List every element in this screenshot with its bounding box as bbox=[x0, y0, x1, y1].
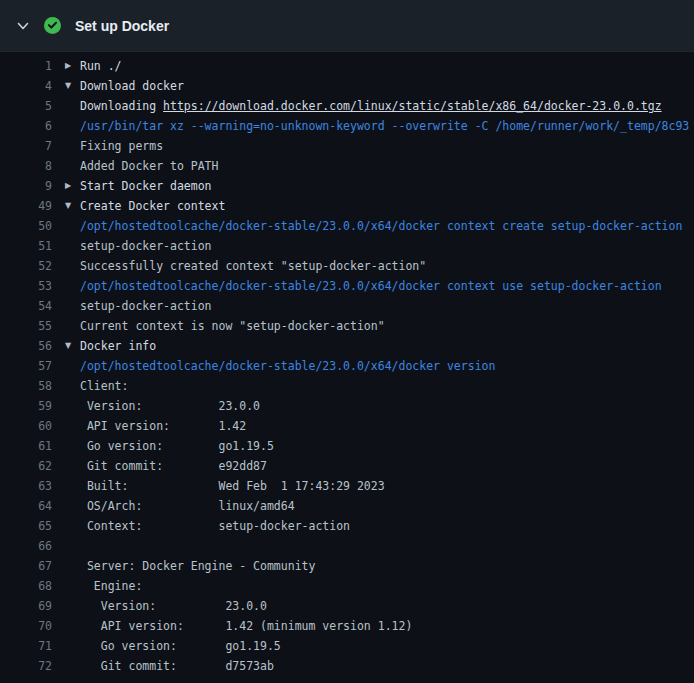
log-text: API version: 1.42 bbox=[80, 416, 246, 436]
success-check-icon bbox=[44, 17, 61, 34]
marker-spacer bbox=[52, 216, 80, 236]
marker-spacer bbox=[52, 436, 80, 456]
log-line: 8Added Docker to PATH bbox=[0, 156, 694, 176]
log-group-row[interactable]: 4▼Download docker bbox=[0, 76, 694, 96]
log-text: Fixing perms bbox=[80, 136, 163, 156]
log-line: 55Current context is now "setup-docker-a… bbox=[0, 316, 694, 336]
marker-spacer bbox=[52, 236, 80, 256]
log-text: OS/Arch: linux/amd64 bbox=[80, 496, 295, 516]
log-line-number[interactable]: 68 bbox=[0, 576, 52, 596]
marker-spacer bbox=[52, 656, 80, 676]
log-line: 65 Context: setup-docker-action bbox=[0, 516, 694, 536]
log-line: 7Fixing perms bbox=[0, 136, 694, 156]
marker-spacer bbox=[52, 636, 80, 656]
log-line-number[interactable]: 69 bbox=[0, 596, 52, 616]
log-line: 62 Git commit: e92dd87 bbox=[0, 456, 694, 476]
log-line: 64 OS/Arch: linux/amd64 bbox=[0, 496, 694, 516]
marker-spacer bbox=[52, 536, 80, 556]
download-url-link[interactable]: https://download.docker.com/linux/static… bbox=[163, 99, 662, 113]
log-line-number[interactable]: 67 bbox=[0, 556, 52, 576]
log-line-number[interactable]: 5 bbox=[0, 96, 52, 116]
log-line-number[interactable]: 63 bbox=[0, 476, 52, 496]
marker-spacer bbox=[52, 496, 80, 516]
log-line-number[interactable]: 9 bbox=[0, 176, 52, 196]
log-line-number[interactable]: 56 bbox=[0, 336, 52, 356]
log-text: Git commit: d7573ab bbox=[80, 656, 274, 676]
triangle-down-icon: ▼ bbox=[52, 336, 80, 356]
log-line-number[interactable]: 59 bbox=[0, 396, 52, 416]
log-line-number[interactable]: 51 bbox=[0, 236, 52, 256]
log-line-number[interactable]: 60 bbox=[0, 416, 52, 436]
log-line-number[interactable]: 71 bbox=[0, 636, 52, 656]
triangle-down-icon: ▼ bbox=[52, 76, 80, 96]
log-line: 71 Go version: go1.19.5 bbox=[0, 636, 694, 656]
log-text: API version: 1.42 (minimum version 1.12) bbox=[80, 616, 412, 636]
log-line-number[interactable]: 4 bbox=[0, 76, 52, 96]
log-line: 57/opt/hostedtoolcache/docker-stable/23.… bbox=[0, 356, 694, 376]
log-line: 6/usr/bin/tar xz --warning=no-unknown-ke… bbox=[0, 116, 694, 136]
log-group-row[interactable]: 1▶Run ./ bbox=[0, 56, 694, 76]
log-text: Current context is now "setup-docker-act… bbox=[80, 316, 385, 336]
log-text: Context: setup-docker-action bbox=[80, 516, 350, 536]
log-line-number[interactable]: 53 bbox=[0, 276, 52, 296]
log-text: Engine: bbox=[80, 576, 142, 596]
log-line-number[interactable]: 57 bbox=[0, 356, 52, 376]
log-line: 50/opt/hostedtoolcache/docker-stable/23.… bbox=[0, 216, 694, 236]
log-text: Version: 23.0.0 bbox=[80, 596, 267, 616]
log-line-number[interactable]: 62 bbox=[0, 456, 52, 476]
log-line: 58Client: bbox=[0, 376, 694, 396]
log-line-number[interactable]: 1 bbox=[0, 56, 52, 76]
log-line: 5Downloading https://download.docker.com… bbox=[0, 96, 694, 116]
log-line-number[interactable]: 72 bbox=[0, 656, 52, 676]
log-text: Go version: go1.19.5 bbox=[80, 436, 274, 456]
marker-spacer bbox=[52, 136, 80, 156]
log-line-number[interactable]: 8 bbox=[0, 156, 52, 176]
log-line-number[interactable]: 61 bbox=[0, 436, 52, 456]
log-line-number[interactable]: 66 bbox=[0, 536, 52, 556]
log-line: 69 Version: 23.0.0 bbox=[0, 596, 694, 616]
log-line-number[interactable]: 54 bbox=[0, 296, 52, 316]
marker-spacer bbox=[52, 156, 80, 176]
log-line-number[interactable]: 58 bbox=[0, 376, 52, 396]
marker-spacer bbox=[52, 616, 80, 636]
log-line: 63 Built: Wed Feb 1 17:43:29 2023 bbox=[0, 476, 694, 496]
log-line: 54setup-docker-action bbox=[0, 296, 694, 316]
chevron-down-icon[interactable] bbox=[16, 19, 30, 33]
log-line-number[interactable]: 6 bbox=[0, 116, 52, 136]
actions-log-panel: Set up Docker 1▶Run ./4▼Download docker5… bbox=[0, 0, 694, 683]
step-header[interactable]: Set up Docker bbox=[0, 0, 694, 52]
log-text: Go version: go1.19.5 bbox=[80, 636, 281, 656]
log-text: setup-docker-action bbox=[80, 296, 212, 316]
marker-spacer bbox=[52, 596, 80, 616]
log-group-row[interactable]: 56▼Docker info bbox=[0, 336, 694, 356]
marker-spacer bbox=[52, 456, 80, 476]
log-text: /opt/hostedtoolcache/docker-stable/23.0.… bbox=[80, 356, 495, 376]
marker-spacer bbox=[52, 356, 80, 376]
marker-spacer bbox=[52, 576, 80, 596]
log-text: Start Docker daemon bbox=[80, 176, 212, 196]
log-line: 68 Engine: bbox=[0, 576, 694, 596]
marker-spacer bbox=[52, 96, 80, 116]
log-line-number[interactable]: 52 bbox=[0, 256, 52, 276]
log-line-number[interactable]: 55 bbox=[0, 316, 52, 336]
log-line-number[interactable]: 50 bbox=[0, 216, 52, 236]
log-line-number[interactable]: 64 bbox=[0, 496, 52, 516]
log-line: 53/opt/hostedtoolcache/docker-stable/23.… bbox=[0, 276, 694, 296]
log-group-row[interactable]: 9▶Start Docker daemon bbox=[0, 176, 694, 196]
log-lines: 1▶Run ./4▼Download docker5Downloading ht… bbox=[0, 52, 694, 676]
log-line: 52Successfully created context "setup-do… bbox=[0, 256, 694, 276]
log-line-number[interactable]: 65 bbox=[0, 516, 52, 536]
triangle-down-icon: ▼ bbox=[52, 196, 80, 216]
marker-spacer bbox=[52, 516, 80, 536]
log-group-row[interactable]: 49▼Create Docker context bbox=[0, 196, 694, 216]
marker-spacer bbox=[52, 396, 80, 416]
log-text: Client: bbox=[80, 376, 128, 396]
log-text: Download docker bbox=[80, 76, 184, 96]
log-line-number[interactable]: 49 bbox=[0, 196, 52, 216]
log-line-number[interactable]: 70 bbox=[0, 616, 52, 636]
log-line: 70 API version: 1.42 (minimum version 1.… bbox=[0, 616, 694, 636]
log-line: 72 Git commit: d7573ab bbox=[0, 656, 694, 676]
log-line-number[interactable]: 7 bbox=[0, 136, 52, 156]
log-text: /opt/hostedtoolcache/docker-stable/23.0.… bbox=[80, 276, 662, 296]
log-line: 51setup-docker-action bbox=[0, 236, 694, 256]
